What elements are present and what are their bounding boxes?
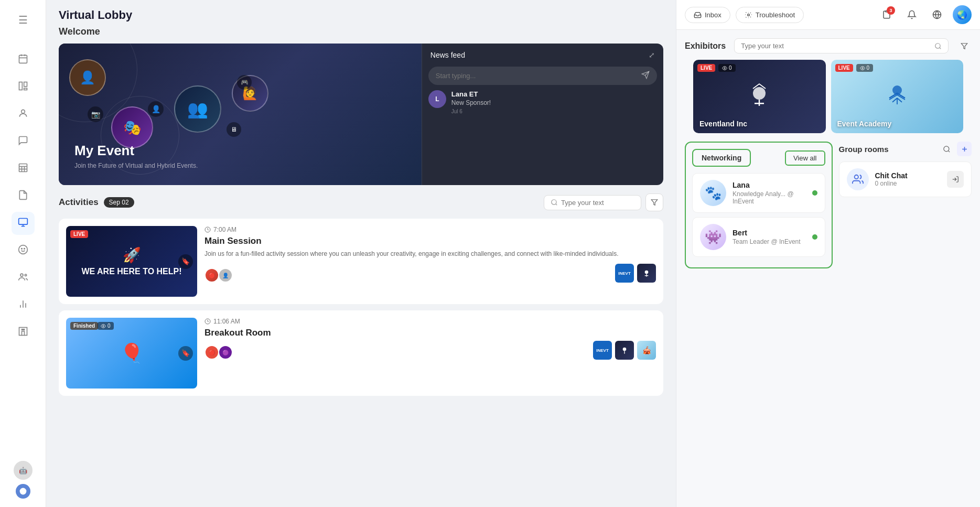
sidebar-item-monitor[interactable] xyxy=(12,212,35,235)
networking-avatar-lana: 🐾 xyxy=(700,180,726,206)
networking-card-lana[interactable]: 🐾 Lana Knowledge Analy... @ InEvent xyxy=(692,173,825,213)
welcome-label: Welcome xyxy=(59,26,663,37)
sidebar-item-chat[interactable] xyxy=(12,130,35,153)
sidebar-item-menu[interactable]: ☰ xyxy=(12,8,35,31)
sidebar-item-mask[interactable] xyxy=(12,239,35,262)
topbar-icons: 3 🌏 xyxy=(877,5,972,24)
troubleshoot-button[interactable]: Troubleshoot xyxy=(736,7,804,23)
bookmark-button-breakout-room[interactable]: 🔖 xyxy=(178,346,193,361)
activity-card-main-session: 🚀 WE ARE HERE TO HELP! LIVE 🔖 7:00 AM Ma… xyxy=(59,219,663,304)
group-rooms-add-button[interactable] xyxy=(957,142,972,156)
views-eye-icon-1 xyxy=(722,66,727,71)
activity-card-breakout-room: 🎈 Finished 0 🔖 11:06 AM Breakout Room 🔴 xyxy=(59,310,663,396)
svg-marker-46 xyxy=(961,43,967,49)
networking-group-row: Networking View all 🐾 Lana Knowledge Ana… xyxy=(676,142,980,268)
news-feed-message: L Lana ET New Sponsor! Jul 6 xyxy=(428,90,657,114)
bookmark-button-main-session[interactable]: 🔖 xyxy=(178,254,193,269)
svg-point-56 xyxy=(943,146,949,151)
views-eye-icon-2 xyxy=(860,66,865,71)
group-room-icon-chit-chat xyxy=(847,168,869,190)
globe-button[interactable] xyxy=(928,5,946,24)
sponsor-logo-br-1: INEVT xyxy=(593,341,612,360)
news-feed-input[interactable] xyxy=(436,72,637,80)
bell-button[interactable] xyxy=(902,5,921,24)
activities-search xyxy=(544,193,663,211)
chart-icon xyxy=(18,299,28,312)
sidebar-item-doc[interactable] xyxy=(12,185,35,208)
send-icon[interactable] xyxy=(641,71,650,81)
menu-icon: ☰ xyxy=(18,14,28,26)
group-room-info-chit-chat: Chit Chat 0 online xyxy=(875,171,908,187)
exhibitors-search-input[interactable] xyxy=(741,42,930,50)
search-icon xyxy=(551,199,558,206)
sponsor-logo-1: INEVT xyxy=(615,264,634,283)
activity-info-main-session: 7:00 AM Main Session Join us for a fun-f… xyxy=(204,226,656,283)
exhibitor-views-eventland: 0 xyxy=(718,64,736,72)
sidebar-item-table[interactable] xyxy=(12,157,35,180)
sidebar-item-calendar[interactable] xyxy=(12,48,35,71)
avatar[interactable]: 🤖 xyxy=(14,461,33,480)
group-rooms-title: Group rooms xyxy=(839,145,889,154)
exhibitors-search-wrap[interactable] xyxy=(734,38,949,53)
hero-avatar-3: 👥 xyxy=(174,85,221,133)
page-title: Virtual Lobby xyxy=(59,8,132,21)
activity-thumb-main-session[interactable]: 🚀 WE ARE HERE TO HELP! LIVE 🔖 xyxy=(66,226,197,297)
sidebar-item-layout[interactable] xyxy=(12,75,35,99)
networking-role-lana: Knowledge Analy... @ InEvent xyxy=(733,190,806,205)
message-avatar: L xyxy=(428,90,446,108)
participant-avatar-1: 🔴 xyxy=(204,268,219,283)
svg-line-57 xyxy=(948,150,950,152)
activity-avatars-main-session: 🔴 👤 xyxy=(204,268,233,283)
exhibitor-live-badge-eventland: LIVE xyxy=(697,64,715,72)
inbox-button[interactable]: Inbox xyxy=(685,7,730,23)
news-feed-panel: News feed ⤢ L Lana ET New Sponsor! Jul 6 xyxy=(422,44,663,185)
sidebar-item-chart[interactable] xyxy=(12,294,35,317)
view-all-button[interactable]: View all xyxy=(785,150,825,166)
activities-search-input-wrap[interactable] xyxy=(544,195,641,210)
right-panel: Inbox Troubleshoot 3 🌏 Exhibitors xyxy=(676,0,980,507)
activities-search-input[interactable] xyxy=(561,199,634,207)
participant-avatar-2: 👤 xyxy=(218,268,233,283)
svg-rect-8 xyxy=(19,164,27,171)
exhibitor-card-event-academy[interactable]: LIVE 0 Event Academy xyxy=(831,60,964,133)
sponsor-logo-br-3: 🎪 xyxy=(637,341,656,360)
exhibitor-card-eventland[interactable]: LIVE 0 Eventland Inc xyxy=(693,60,826,133)
networking-tab[interactable]: Networking xyxy=(692,149,751,167)
networking-name-lana: Lana xyxy=(733,181,806,189)
sidebar-item-people[interactable] xyxy=(12,103,35,126)
message-author: Lana ET xyxy=(451,90,657,98)
activity-thumb-breakout-room[interactable]: 🎈 Finished 0 🔖 xyxy=(66,318,197,389)
group-room-chit-chat[interactable]: Chit Chat 0 online xyxy=(839,161,972,197)
svg-line-30 xyxy=(556,204,557,206)
notifications-button[interactable]: 3 xyxy=(877,5,896,24)
calendar-icon xyxy=(18,53,28,67)
networking-name-bert: Bert xyxy=(733,229,801,237)
activities-header: Activities Sep 02 xyxy=(59,193,663,211)
group-room-enter-button[interactable] xyxy=(947,171,964,188)
svg-line-45 xyxy=(940,47,941,49)
notification-badge: 3 xyxy=(887,6,895,15)
activities-filter-button[interactable] xyxy=(645,193,663,211)
sidebar-item-building[interactable] xyxy=(12,321,35,344)
group-rooms-search-button[interactable] xyxy=(939,142,954,156)
networking-card-bert[interactable]: 👾 Bert Team Leader @ InEvent xyxy=(692,217,825,257)
user-avatar-img: 🌏 xyxy=(957,10,967,20)
exhibitor-name-event-academy: Event Academy xyxy=(837,120,892,128)
doc-icon xyxy=(18,190,28,203)
hero-badge-4: 🎮 xyxy=(237,75,252,90)
networking-avatar-bert: 👾 xyxy=(700,224,726,250)
exhibitors-filter-button[interactable] xyxy=(957,39,972,53)
clock-icon-2 xyxy=(204,318,211,325)
svg-point-50 xyxy=(724,67,726,69)
news-feed-input-wrap[interactable] xyxy=(428,67,657,85)
inbox-icon xyxy=(694,11,702,19)
svg-point-7 xyxy=(21,110,25,113)
expand-icon[interactable]: ⤢ xyxy=(649,51,655,59)
avatar-button[interactable]: 🌏 xyxy=(953,5,972,24)
svg-line-53 xyxy=(892,98,897,102)
hero-text: My Event Join the Future of Virtual and … xyxy=(74,143,198,169)
main-content: Virtual Lobby Welcome 👤 🎭 👥 xyxy=(46,0,676,507)
sidebar-item-users[interactable] xyxy=(12,266,35,289)
activity-info-breakout-room: 11:06 AM Breakout Room 🔴 🟣 INEVT 🎪 xyxy=(204,318,656,360)
thumb-helpdesk-text: WE ARE HERE TO HELP! xyxy=(81,267,181,276)
